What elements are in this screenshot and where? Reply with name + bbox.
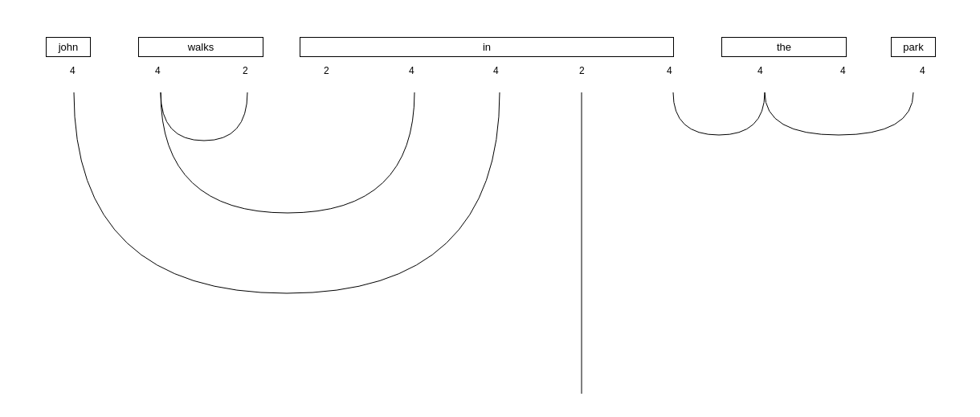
num-4: 2 bbox=[324, 65, 329, 76]
num-3: 2 bbox=[243, 65, 248, 76]
num-7: 2 bbox=[579, 65, 585, 76]
word-in: in bbox=[300, 37, 674, 57]
num-8: 4 bbox=[667, 65, 672, 76]
num-11: 4 bbox=[920, 65, 925, 76]
word-walks: walks bbox=[138, 37, 263, 57]
word-the: the bbox=[721, 37, 847, 57]
num-6: 4 bbox=[493, 65, 499, 76]
num-2: 4 bbox=[155, 65, 161, 76]
arcs-svg bbox=[0, 0, 980, 417]
num-1: 4 bbox=[70, 65, 76, 76]
word-park: park bbox=[891, 37, 936, 57]
num-5: 4 bbox=[409, 65, 414, 76]
num-9: 4 bbox=[757, 65, 763, 76]
diagram-container: john walks in the park 4 4 2 2 4 4 2 4 4… bbox=[0, 0, 980, 417]
word-john: john bbox=[46, 37, 91, 57]
num-10: 4 bbox=[840, 65, 846, 76]
